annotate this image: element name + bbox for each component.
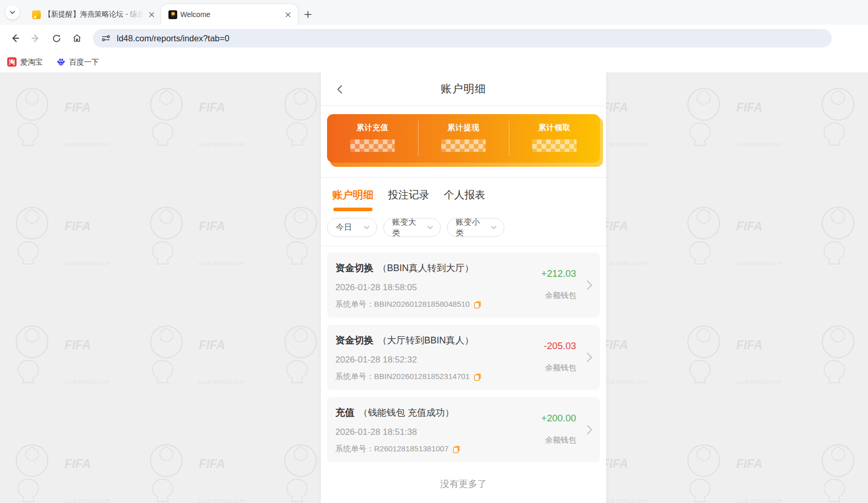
back-nav-button[interactable] — [332, 82, 348, 97]
tab-title: Welcome — [180, 10, 280, 19]
browser-tab-strip: 【新提醒】海燕策略论坛 - 综合 Welcome — [0, 0, 868, 25]
transaction-row[interactable]: 资金切换 （大厅转到BBIN真人） 2026-01-28 18:52:32 系统… — [327, 325, 600, 390]
back-arrow-icon — [10, 33, 20, 43]
tab-search-button[interactable] — [5, 5, 20, 20]
page-content: FIFA CLUB WORLD CUP 账户明细 累计充值 — [0, 72, 868, 503]
txn-amount: +212.03 — [541, 268, 576, 279]
chevron-down-icon — [363, 224, 370, 231]
filter-major-category-dropdown[interactable]: 账变大类 — [383, 218, 441, 237]
tab-title: 【新提醒】海燕策略论坛 - 综合 — [44, 10, 144, 19]
baidu-paw-icon: du — [56, 57, 66, 67]
txn-subtitle: （钱能钱包 充值成功） — [359, 406, 454, 419]
reload-button[interactable] — [48, 29, 65, 47]
transaction-row[interactable]: 充值 （钱能钱包 充值成功） 2026-01-28 18:51:38 系统单号：… — [327, 397, 600, 462]
svg-text:du: du — [59, 62, 63, 65]
copy-icon[interactable] — [453, 445, 460, 453]
page-header: 账户明细 — [321, 72, 606, 106]
txn-wallet: 余额钱包 — [544, 363, 576, 373]
page-title: 账户明细 — [441, 82, 486, 96]
summary-label: 累计提现 — [447, 123, 479, 133]
summary-section: 累计充值 累计提现 累计领取 — [321, 106, 606, 170]
chevron-right-icon — [586, 279, 593, 291]
txn-order-number: 系统单号：BBIN202601281852314701 — [335, 372, 470, 382]
tab-bet-records[interactable]: 投注记录 — [388, 188, 429, 211]
reload-icon — [52, 34, 61, 43]
no-more-text: 没有更多了 — [327, 469, 600, 495]
browser-tab-forum[interactable]: 【新提醒】海燕策略论坛 - 综合 — [25, 4, 161, 25]
summary-total-claim: 累计领取 — [509, 114, 600, 163]
transaction-row[interactable]: 资金切换 （BBIN真人转到大厅） 2026-01-28 18:58:05 系统… — [327, 253, 600, 318]
bookmark-aitaobao[interactable]: 淘 爱淘宝 — [7, 57, 43, 67]
plus-icon — [304, 11, 312, 18]
txn-subtitle: （大厅转到BBIN真人） — [378, 334, 474, 347]
bookmark-label: 爱淘宝 — [20, 57, 43, 67]
close-tab-icon[interactable] — [147, 10, 156, 19]
copy-icon[interactable] — [474, 373, 482, 381]
site-settings-icon — [101, 34, 111, 43]
welcome-favicon-icon — [168, 10, 177, 19]
home-button[interactable] — [68, 29, 86, 47]
home-icon — [72, 33, 82, 43]
txn-subtitle: （BBIN真人转到大厅） — [378, 262, 474, 274]
txn-order-number: 系统单号：BBIN202601281858048510 — [335, 300, 470, 309]
address-bar[interactable]: ld48.com/reports/index?tab=0 — [93, 29, 832, 48]
txn-wallet: 余额钱包 — [541, 291, 576, 301]
txn-order-number: 系统单号：R2601281851381007 — [335, 444, 448, 454]
summary-label: 累计领取 — [538, 123, 570, 133]
forum-favicon-icon — [32, 10, 41, 19]
txn-type: 资金切换 — [335, 261, 374, 274]
close-tab-icon[interactable] — [283, 10, 292, 19]
summary-card: 累计充值 累计提现 累计领取 — [327, 114, 600, 163]
bookmark-label: 百度一下 — [69, 57, 99, 67]
txn-wallet: 余额钱包 — [541, 435, 576, 445]
chevron-right-icon — [586, 424, 593, 435]
chevron-right-icon — [586, 352, 593, 363]
account-detail-panel: 账户明细 累计充值 累计提现 累计领取 — [321, 72, 606, 503]
summary-label: 累计充值 — [357, 123, 389, 133]
browser-tab-welcome[interactable]: Welcome — [161, 4, 298, 25]
chevron-down-icon — [427, 224, 433, 231]
browser-toolbar: ld48.com/reports/index?tab=0 — [0, 25, 868, 52]
forward-button[interactable] — [27, 29, 44, 47]
tab-account-detail[interactable]: 账户明细 — [332, 188, 374, 211]
transaction-list: 资金切换 （BBIN真人转到大厅） 2026-01-28 18:58:05 系统… — [321, 246, 606, 495]
hidden-value-mosaic — [350, 139, 395, 152]
url-text: ld48.com/reports/index?tab=0 — [117, 34, 229, 43]
filter-date-dropdown[interactable]: 今日 — [327, 218, 377, 237]
txn-type: 充值 — [335, 406, 354, 419]
txn-amount: -205.03 — [544, 340, 576, 352]
filters-row: 今日 账变大类 账变小类 — [321, 211, 606, 246]
copy-icon[interactable] — [474, 301, 482, 309]
chevron-down-icon — [9, 9, 16, 15]
section-divider — [321, 170, 606, 178]
tab-personal-report[interactable]: 个人报表 — [444, 188, 485, 211]
filter-minor-category-dropdown[interactable]: 账变小类 — [447, 218, 504, 237]
active-tab-underline — [333, 208, 373, 211]
hidden-value-mosaic — [532, 139, 577, 152]
chevron-down-icon — [490, 224, 497, 231]
bookmarks-bar: 淘 爱淘宝 du 百度一下 — [0, 52, 868, 72]
report-tabs: 账户明细 投注记录 个人报表 — [321, 178, 606, 211]
hidden-value-mosaic — [441, 139, 486, 152]
chevron-left-icon — [335, 85, 345, 94]
txn-amount: +200.00 — [541, 413, 576, 424]
txn-type: 资金切换 — [335, 334, 374, 347]
summary-total-deposit: 累计充值 — [327, 114, 418, 163]
back-button[interactable] — [6, 29, 24, 47]
bookmark-baidu[interactable]: du 百度一下 — [56, 57, 99, 67]
forward-arrow-icon — [30, 33, 41, 43]
taobao-icon: 淘 — [7, 57, 17, 67]
summary-total-withdraw: 累计提现 — [418, 114, 509, 163]
new-tab-button[interactable] — [301, 7, 315, 22]
